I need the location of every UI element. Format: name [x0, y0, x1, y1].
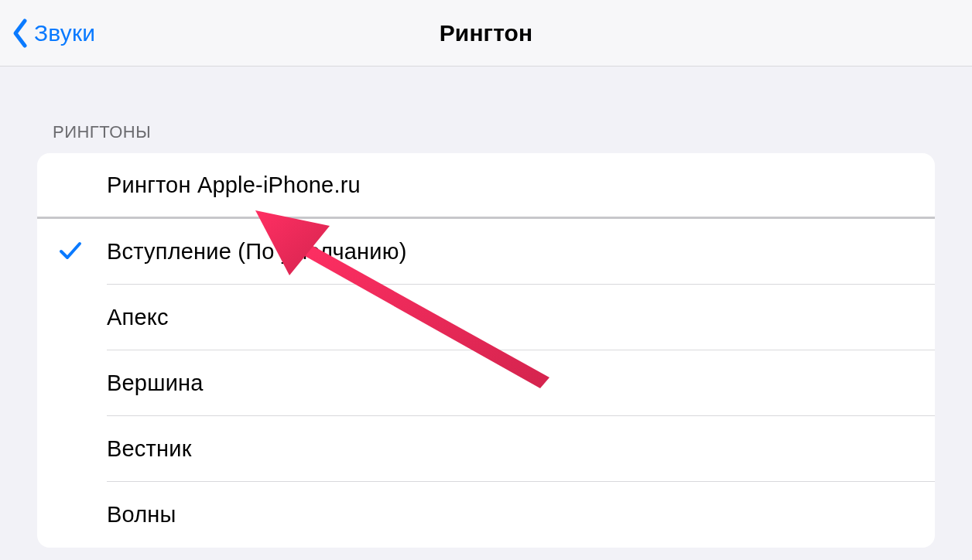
ringtone-item[interactable]: Вестник	[37, 416, 935, 482]
content-area: РИНГТОНЫ Рингтон Apple-iPhone.ru Вступле…	[0, 67, 972, 548]
section-header: РИНГТОНЫ	[37, 67, 935, 153]
check-icon	[59, 239, 82, 265]
ringtone-list: Рингтон Apple-iPhone.ru Вступление (По у…	[37, 153, 935, 548]
ringtone-item[interactable]: Вершина	[37, 350, 935, 416]
ringtone-item-custom[interactable]: Рингтон Apple-iPhone.ru	[37, 153, 935, 219]
chevron-left-icon	[11, 18, 29, 49]
back-label: Звуки	[34, 20, 95, 46]
navigation-header: Звуки Рингтон	[0, 0, 972, 67]
ringtone-label: Волны	[107, 502, 176, 528]
ringtone-label: Вступление (По умолчанию)	[107, 239, 407, 265]
check-column	[59, 239, 107, 265]
ringtone-label: Вершина	[107, 370, 204, 396]
ringtone-label: Рингтон Apple-iPhone.ru	[107, 172, 361, 198]
ringtone-item-default[interactable]: Вступление (По умолчанию)	[37, 219, 935, 285]
page-title: Рингтон	[440, 20, 533, 46]
ringtone-label: Вестник	[107, 436, 192, 462]
ringtone-item[interactable]: Апекс	[37, 285, 935, 350]
ringtone-item[interactable]: Волны	[37, 482, 935, 548]
ringtone-label: Апекс	[107, 305, 169, 330]
back-button[interactable]: Звуки	[0, 18, 95, 49]
